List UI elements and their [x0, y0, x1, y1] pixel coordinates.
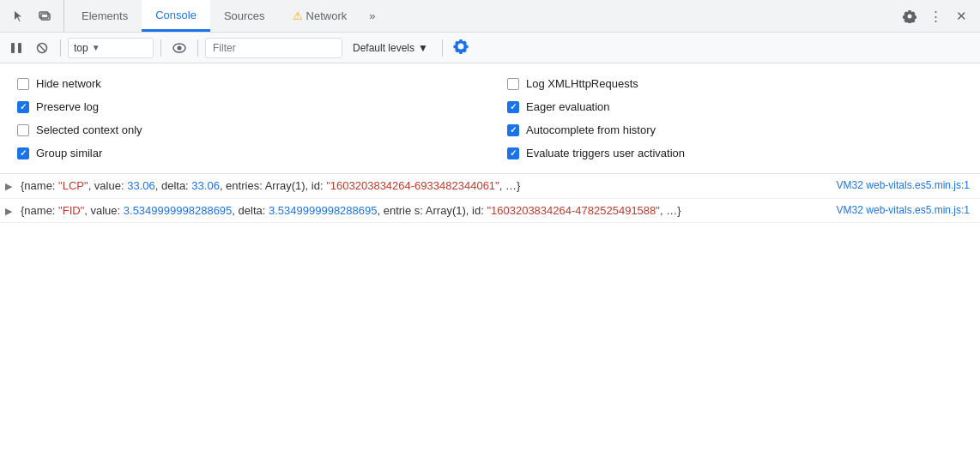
tab-bar-right-actions: ⋮ ✕	[898, 4, 977, 28]
label-autocomplete-history: Autocomplete from history	[526, 123, 656, 136]
svg-line-5	[39, 45, 45, 51]
settings-button[interactable]	[898, 4, 922, 28]
close-devtools-button[interactable]: ✕	[949, 4, 973, 28]
label-group-similar: Group similar	[36, 147, 102, 159]
console-settings-panel: Hide networkPreserve logSelected context…	[0, 63, 980, 174]
layers-icon[interactable]	[33, 4, 57, 28]
tab-elements[interactable]: Elements	[68, 0, 142, 32]
label-eager-eval: Eager evaluation	[526, 100, 610, 113]
label-selected-context: Selected context only	[36, 123, 142, 136]
console-entries-container: ▶VM32 web-vitals.es5.min.js:1{name: "LCP…	[0, 174, 980, 223]
toolbar-divider-2	[160, 39, 161, 57]
filter-input[interactable]	[205, 38, 342, 58]
console-filename-link[interactable]: VM32 web-vitals.es5.min.js:1	[837, 177, 970, 193]
tab-sources[interactable]: Sources	[210, 0, 279, 32]
console-output: ▶VM32 web-vitals.es5.min.js:1{name: "LCP…	[0, 174, 980, 223]
settings-row-autocomplete-history: Autocomplete from history	[507, 118, 963, 141]
more-tabs-button[interactable]: »	[360, 0, 384, 32]
tab-network[interactable]: ⚠ Network	[279, 0, 361, 32]
levels-arrow-icon: ▼	[418, 42, 428, 54]
checkbox-evaluate-triggers[interactable]	[507, 147, 519, 159]
tab-bar: Elements Console Sources ⚠ Network » ⋮ ✕	[0, 0, 980, 33]
console-entry-entry2: ▶VM32 web-vitals.es5.min.js:1{name: "FID…	[0, 199, 980, 224]
toolbar-divider-3	[197, 39, 198, 57]
svg-rect-2	[11, 43, 15, 53]
live-expressions-button[interactable]	[168, 37, 191, 59]
tab-console[interactable]: Console	[142, 0, 210, 32]
checkbox-eager-eval[interactable]	[507, 101, 519, 113]
settings-row-selected-context: Selected context only	[17, 118, 473, 141]
checkbox-preserve-log[interactable]	[17, 101, 29, 113]
expand-arrow-icon[interactable]: ▶	[5, 179, 12, 194]
cursor-icon[interactable]	[7, 4, 31, 28]
label-hide-network: Hide network	[36, 77, 101, 90]
checkbox-group-similar[interactable]	[17, 147, 29, 159]
checkbox-selected-context[interactable]	[17, 124, 29, 136]
settings-row-hide-network: Hide network	[17, 72, 473, 95]
label-log-xmlhttp: Log XMLHttpRequests	[526, 77, 638, 90]
toolbar-divider-1	[60, 39, 61, 57]
settings-row-preserve-log: Preserve log	[17, 95, 473, 118]
label-evaluate-triggers: Evaluate triggers user activation	[526, 147, 685, 159]
console-settings-button[interactable]	[453, 39, 469, 57]
tab-bar-tools	[3, 0, 64, 32]
checkbox-log-xmlhttp[interactable]	[507, 78, 519, 90]
context-selector[interactable]: top ▼	[68, 38, 154, 58]
settings-row-eager-eval: Eager evaluation	[507, 95, 963, 118]
toolbar-divider-4	[442, 39, 443, 57]
console-entry-entry1: ▶VM32 web-vitals.es5.min.js:1{name: "LCP…	[0, 174, 980, 199]
play-button[interactable]	[5, 37, 27, 59]
checkbox-autocomplete-history[interactable]	[507, 124, 519, 136]
console-toolbar: top ▼ Default levels ▼	[0, 33, 980, 63]
label-preserve-log: Preserve log	[36, 100, 99, 113]
settings-right-column: Log XMLHttpRequestsEager evaluationAutoc…	[507, 72, 963, 165]
context-arrow-icon: ▼	[92, 43, 100, 52]
settings-row-log-xmlhttp: Log XMLHttpRequests	[507, 72, 963, 95]
checkbox-hide-network[interactable]	[17, 78, 29, 90]
network-warning-icon: ⚠	[293, 9, 303, 22]
svg-rect-3	[18, 43, 21, 53]
svg-point-7	[178, 45, 182, 50]
more-options-button[interactable]: ⋮	[923, 4, 947, 28]
settings-row-evaluate-triggers: Evaluate triggers user activation	[507, 141, 963, 165]
clear-console-button[interactable]	[31, 37, 53, 59]
expand-arrow-icon[interactable]: ▶	[5, 204, 12, 219]
log-levels-button[interactable]: Default levels ▼	[346, 38, 435, 58]
console-filename-link[interactable]: VM32 web-vitals.es5.min.js:1	[837, 202, 970, 218]
settings-left-column: Hide networkPreserve logSelected context…	[17, 72, 473, 165]
settings-row-group-similar: Group similar	[17, 141, 473, 165]
